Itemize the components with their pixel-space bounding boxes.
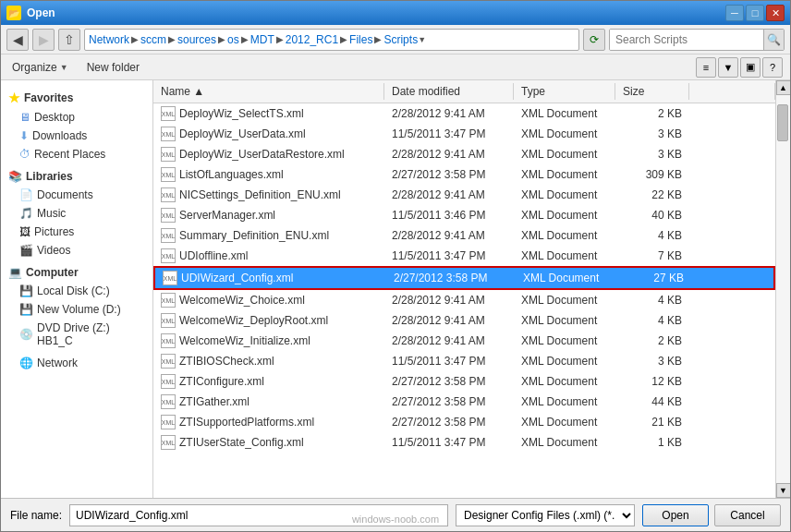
breadcrumb-scripts[interactable]: Scripts <box>383 33 418 46</box>
computer-header[interactable]: 💻 Computer <box>1 263 152 282</box>
file-extra <box>689 174 775 175</box>
cancel-button[interactable]: Cancel <box>714 504 781 526</box>
file-name: XML DeployWiz_UserData.xml <box>153 126 384 142</box>
filetype-select[interactable]: Designer Config Files (.xml) (*. <box>456 504 635 526</box>
table-row[interactable]: XML WelcomeWiz_DeployRoot.xml 2/28/2012 … <box>153 310 775 331</box>
view-controls: ≡ ▼ ▣ ? <box>696 57 783 78</box>
file-type: XML Document <box>516 271 617 285</box>
file-type: XML Document <box>514 228 615 243</box>
table-row[interactable]: XML WelcomeWiz_Initialize.xml 2/28/2012 … <box>153 331 775 351</box>
file-type: XML Document <box>514 127 615 141</box>
network-section: 🌐 Network <box>1 354 152 372</box>
table-row[interactable]: XML ZTIGather.xml 2/27/2012 3:58 PM XML … <box>153 392 775 412</box>
sidebar-item-desktop[interactable]: 🖥 Desktop <box>1 108 152 127</box>
scroll-thumb[interactable] <box>777 104 788 141</box>
sidebar-item-dvd[interactable]: 💿 DVD Drive (Z:) HB1_C <box>1 319 152 350</box>
downloads-icon: ⬇ <box>19 129 29 142</box>
sidebar-item-downloads[interactable]: ⬇ Downloads <box>1 127 152 145</box>
file-date: 2/27/2012 3:58 PM <box>384 394 514 409</box>
videos-icon: 🎬 <box>19 244 33 257</box>
file-extra <box>689 320 775 321</box>
sidebar-item-newvolume[interactable]: 💾 New Volume (D:) <box>1 300 152 319</box>
breadcrumb-2012rc1[interactable]: 2012_RC1 <box>286 33 338 46</box>
table-row[interactable]: XML ZTISupportedPlatforms.xml 2/27/2012 … <box>153 412 775 432</box>
search-box: 🔍 <box>609 29 785 51</box>
file-size: 7 KB <box>615 248 689 263</box>
open-button[interactable]: Open <box>642 504 709 526</box>
file-name: XML ZTIGather.xml <box>153 393 384 410</box>
column-date[interactable]: Date modified <box>384 83 514 100</box>
new-folder-button[interactable]: New folder <box>83 59 143 76</box>
breadcrumb-os[interactable]: os <box>227 33 239 46</box>
column-name[interactable]: Name ▲ <box>153 83 384 100</box>
table-row[interactable]: XML WelcomeWiz_Choice.xml 2/28/2012 9:41… <box>153 290 775 310</box>
filename-input[interactable] <box>69 504 448 526</box>
breadcrumb-mdt[interactable]: MDT <box>250 33 274 46</box>
table-row[interactable]: XML ZTIBIOSCheck.xml 11/5/2011 3:47 PM X… <box>153 351 775 371</box>
file-name: XML DeployWiz_UserDataRestore.xml <box>153 146 384 163</box>
table-row[interactable]: XML DeployWiz_UserData.xml 11/5/2011 3:4… <box>153 124 775 144</box>
file-size: 309 KB <box>615 167 689 182</box>
close-button[interactable]: ✕ <box>766 5 785 21</box>
filename-label: File name: <box>10 509 62 522</box>
sidebar-item-videos[interactable]: 🎬 Videos <box>1 241 152 260</box>
file-extra <box>689 235 775 236</box>
breadcrumb-sccm[interactable]: sccm <box>140 33 166 46</box>
breadcrumb-files[interactable]: Files <box>349 33 372 46</box>
xml-file-icon: XML <box>161 127 176 141</box>
file-extra <box>689 133 775 135</box>
sidebar-item-network[interactable]: 🌐 Network <box>1 354 152 372</box>
minimize-button[interactable]: ─ <box>725 5 744 21</box>
forward-button[interactable]: ▶ <box>32 29 55 51</box>
column-type[interactable]: Type <box>514 83 615 100</box>
file-date: 2/27/2012 3:58 PM <box>384 374 514 389</box>
xml-file-icon: XML <box>161 248 176 263</box>
file-size: 2 KB <box>615 106 689 121</box>
search-input[interactable] <box>610 30 763 50</box>
sidebar-item-pictures[interactable]: 🖼 Pictures <box>1 223 152 241</box>
file-type: XML Document <box>514 313 615 328</box>
file-extra <box>689 153 775 155</box>
column-size[interactable]: Size <box>615 83 689 100</box>
sidebar-item-recent[interactable]: ⏱ Recent Places <box>1 145 152 163</box>
table-row[interactable]: XML DeployWiz_SelectTS.xml 2/28/2012 9:4… <box>153 103 775 124</box>
view-details-button[interactable]: ≡ <box>696 57 716 78</box>
favorites-header[interactable]: ★ Favorites <box>1 88 152 108</box>
table-row[interactable]: XML ZTIUserState_Config.xml 11/5/2011 3:… <box>153 432 775 453</box>
file-extra <box>689 255 775 257</box>
pictures-icon: 🖼 <box>19 225 30 238</box>
sidebar-item-localdisk[interactable]: 💾 Local Disk (C:) <box>1 282 152 300</box>
view-dropdown-button[interactable]: ▼ <box>718 57 738 78</box>
table-row[interactable]: XML UDIWizard_Config.xml 2/27/2012 3:58 … <box>153 266 775 290</box>
file-size: 3 KB <box>615 147 689 162</box>
up-button[interactable]: ⇧ <box>58 29 80 51</box>
file-date: 11/5/2011 3:47 PM <box>384 127 514 141</box>
table-row[interactable]: XML ZTIConfigure.xml 2/27/2012 3:58 PM X… <box>153 371 775 392</box>
breadcrumb-sources[interactable]: sources <box>177 33 216 46</box>
table-row[interactable]: XML ListOfLanguages.xml 2/27/2012 3:58 P… <box>153 164 775 185</box>
sidebar: ★ Favorites 🖥 Desktop ⬇ Downloads ⏱ Rece… <box>1 80 153 498</box>
scroll-up-button[interactable]: ▲ <box>776 80 791 95</box>
file-date: 2/27/2012 3:58 PM <box>384 167 514 182</box>
maximize-button[interactable]: □ <box>746 5 764 21</box>
table-row[interactable]: XML DeployWiz_UserDataRestore.xml 2/28/2… <box>153 144 775 164</box>
table-row[interactable]: XML UDIoffline.xml 11/5/2011 3:47 PM XML… <box>153 246 775 266</box>
help-button[interactable]: ? <box>762 57 783 78</box>
window-icon: 📂 <box>6 6 21 20</box>
refresh-button[interactable]: ⟳ <box>583 29 605 51</box>
breadcrumb-network[interactable]: Network <box>89 33 129 46</box>
scroll-down-button[interactable]: ▼ <box>776 483 791 498</box>
search-icon[interactable]: 🔍 <box>763 30 784 50</box>
organize-button[interactable]: Organize ▼ <box>8 59 72 76</box>
xml-file-icon: XML <box>161 415 176 429</box>
table-row[interactable]: XML Summary_Definition_ENU.xml 2/28/2012… <box>153 225 775 246</box>
file-date: 2/28/2012 9:41 AM <box>384 333 514 348</box>
sidebar-item-documents[interactable]: 📄 Documents <box>1 186 152 204</box>
preview-pane-button[interactable]: ▣ <box>740 57 761 78</box>
back-button[interactable]: ◀ <box>6 29 29 51</box>
sidebar-item-music[interactable]: 🎵 Music <box>1 204 152 223</box>
libraries-header[interactable]: 📚 Libraries <box>1 167 152 186</box>
table-row[interactable]: XML NICSettings_Definition_ENU.xml 2/28/… <box>153 185 775 205</box>
table-row[interactable]: XML ServerManager.xml 11/5/2011 3:46 PM … <box>153 205 775 225</box>
file-name: XML NICSettings_Definition_ENU.xml <box>153 187 384 203</box>
